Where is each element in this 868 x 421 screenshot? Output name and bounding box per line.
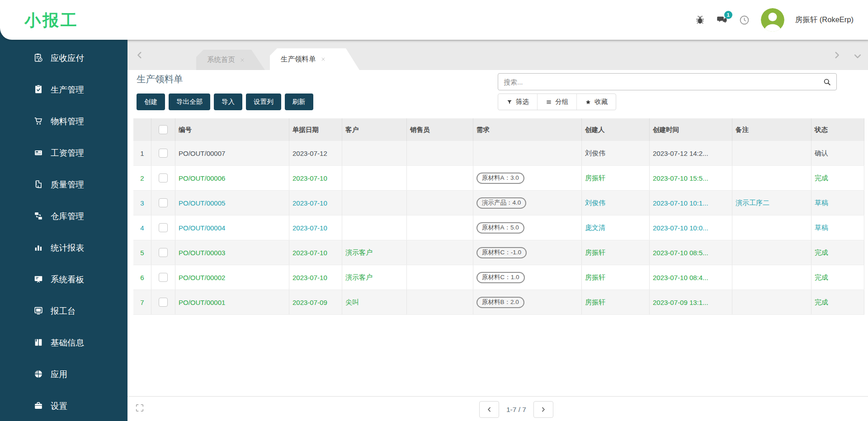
filter-button[interactable]: 筛选 [498,94,538,110]
column-header-demand[interactable]: 需求 [473,118,582,141]
pagination-prev-button[interactable] [479,401,499,418]
sidebar-item-receivables-payables[interactable]: 应收应付 [0,42,127,74]
sidebar-item-quality[interactable]: 质量管理 [0,168,127,200]
header-checkbox-cell [151,118,175,141]
select-all-checkbox[interactable] [159,125,168,134]
sidebar-item-label: 设置 [51,400,67,412]
sidebar-item-production[interactable]: 生产管理 [0,74,127,105]
column-header-date[interactable]: 单据日期 [289,118,342,141]
table-row[interactable]: 6PO/OUT/000022023-07-10演示客户原材料C：1.0房振轩20… [133,265,864,290]
sidebar-item-payroll[interactable]: 工资管理 [0,137,127,168]
refresh-button[interactable]: 刷新 [285,94,313,110]
column-header-customer[interactable]: 客户 [342,118,407,141]
tabs-scroll-right-icon[interactable] [832,50,842,60]
table-row[interactable]: 1PO/OUT/000072023-07-12刘俊伟2023-07-12 14:… [133,141,864,166]
cell-demand: 原材料C：1.0 [473,265,582,290]
sidebar-item-basic-info[interactable]: 基础信息 [0,327,127,358]
bug-icon[interactable] [694,14,706,26]
fullscreen-toggle-icon[interactable] [135,403,145,413]
column-header-number[interactable]: 编号 [175,118,289,141]
group-by-button[interactable]: 分组 [538,94,577,110]
receivables-icon [33,53,43,63]
sidebar-item-work-terminal[interactable]: 报工台 [0,295,127,327]
row-index: 4 [133,215,151,240]
app-logo[interactable]: 小报工 [24,9,79,32]
column-header-note[interactable]: 备注 [732,118,811,141]
top-header: 小报工 1 房振轩 (RokeErp) [0,0,868,40]
export-all-button[interactable]: 导出全部 [169,94,210,110]
tab-close-icon[interactable] [240,57,245,63]
apps-icon [33,369,43,379]
table-row[interactable]: 7PO/OUT/000012023-07-09尖叫原材料B：2.0房振轩2023… [133,290,864,315]
search-box [498,73,837,90]
clock-icon[interactable] [739,14,750,26]
create-button[interactable]: 创建 [137,94,165,110]
row-checkbox[interactable] [159,273,168,282]
cell-status: 完成 [811,166,864,190]
cell-created_at: 2023-07-12 14:2... [650,141,732,165]
row-index: 5 [133,240,151,265]
favorites-button[interactable]: 收藏 [577,94,616,110]
search-input[interactable] [498,78,823,86]
pagination-next-button[interactable] [533,401,553,418]
column-header-creator[interactable]: 创建人 [582,118,650,141]
tabs-scroll-left-icon[interactable] [135,50,145,60]
sidebar: 应收应付生产管理物料管理工资管理质量管理仓库管理统计报表系统看板报工台基础信息应… [0,28,127,421]
cell-number: PO/OUT/00001 [175,290,289,314]
tab-system-home[interactable]: 系统首页 [196,50,265,70]
row-checkbox[interactable] [159,248,168,257]
row-checkbox[interactable] [159,149,168,158]
workstation-icon [33,306,43,316]
table-row[interactable]: 2PO/OUT/000062023-07-10原材料A：3.0房振轩2023-0… [133,166,864,191]
import-button[interactable]: 导入 [214,94,242,110]
table-row[interactable]: 4PO/OUT/000042023-07-10原材料A：5.0庞文清2023-0… [133,215,864,240]
sidebar-item-dashboard[interactable]: 系统看板 [0,263,127,295]
sidebar-item-apps[interactable]: 应用 [0,358,127,390]
sidebar-item-reports[interactable]: 统计报表 [0,232,127,263]
cell-date: 2023-07-12 [289,141,342,165]
tab-close-icon[interactable] [321,56,326,62]
cell-salesperson [407,191,473,215]
tab-production-requisition[interactable]: 生产领料单 [270,48,359,70]
table-row[interactable]: 3PO/OUT/000052023-07-10演示产品：4.0刘俊伟2023-0… [133,191,864,215]
cell-demand [473,141,582,165]
demand-badge: 原材料C：1.0 [476,272,525,283]
cell-creator: 房振轩 [582,166,650,190]
chat-icon[interactable]: 1 [717,14,728,26]
basic-info-icon [33,337,43,347]
cell-creator: 房振轩 [582,240,650,265]
column-header-status[interactable]: 状态 [811,118,864,141]
sidebar-item-label: 系统看板 [51,274,84,285]
cell-status: 完成 [811,290,864,314]
production-icon [33,84,43,94]
set-columns-button[interactable]: 设置列 [246,94,281,110]
group-icon [546,99,552,105]
cell-creator: 房振轩 [582,290,650,314]
row-checkbox[interactable] [159,223,168,232]
cell-date: 2023-07-10 [289,191,342,215]
table-row[interactable]: 5PO/OUT/000032023-07-10演示客户原材料C：-1.0房振轩2… [133,240,864,265]
cell-customer: 演示客户 [342,240,407,265]
sidebar-item-settings[interactable]: 设置 [0,390,127,421]
table-header-row: 编号单据日期客户销售员需求创建人创建时间备注状态 [133,118,864,141]
column-header-created_at[interactable]: 创建时间 [650,118,732,141]
column-header-salesperson[interactable]: 销售员 [407,118,473,141]
row-checkbox[interactable] [159,298,168,307]
tab-bar: 系统首页 生产领料单 [127,40,868,70]
row-checkbox[interactable] [159,173,168,182]
tabs-dropdown-icon[interactable] [853,51,863,61]
row-checkbox-cell [151,166,175,190]
avatar[interactable] [761,8,784,32]
sidebar-item-materials[interactable]: 物料管理 [0,105,127,137]
cell-date: 2023-07-10 [289,240,342,265]
search-icon[interactable] [823,78,836,86]
cell-salesperson [407,166,473,190]
row-checkbox[interactable] [159,198,168,207]
cell-created_at: 2023-07-10 08:5... [650,240,732,265]
page-title: 生产领料单 [137,73,183,85]
row-checkbox-cell [151,191,175,215]
tab-label: 生产领料单 [281,55,316,64]
cell-note: 演示工序二 [732,191,811,215]
sidebar-item-warehouse[interactable]: 仓库管理 [0,200,127,232]
user-name[interactable]: 房振轩 (RokeErp) [795,15,854,25]
